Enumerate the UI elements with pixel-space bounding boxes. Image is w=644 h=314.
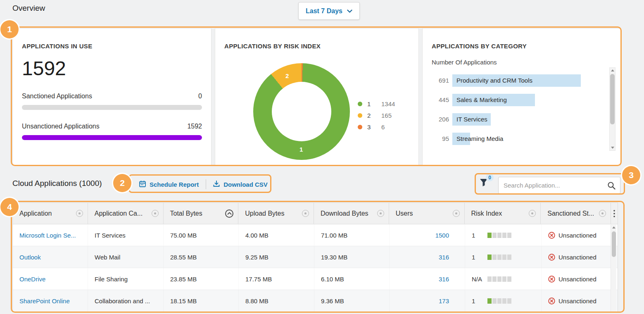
card-title: APPLICATIONS BY RISK INDEX [224,43,409,50]
category-label: IT Services [456,116,487,123]
annotation-circle-3: 3 [622,166,640,184]
card-title: APPLICATIONS BY CATEGORY [432,43,611,50]
column-label: Risk Index [471,210,502,217]
category-label: Productivity and CRM Tools [456,77,532,84]
donut-slice-label: 2 [285,72,289,79]
table-row[interactable]: OneDrive File Sharing 23.85 MB 17.75 MB … [13,268,618,290]
page-title: Overview [12,4,45,13]
column-menu-kebab-icon[interactable] [611,203,618,224]
category-bar-row: 95 Streaming Media [432,129,611,148]
application-link[interactable]: Outlook [19,254,41,261]
unsanctioned-bar-fill [22,135,202,140]
column-filter-icon[interactable] [529,210,536,217]
application-link[interactable]: Microsoft Login Se... [19,232,76,239]
column-filter-icon[interactable] [377,210,384,217]
upload-bytes-cell: 9.25 MB [239,246,314,268]
risk-meter [487,276,511,282]
users-count-link[interactable]: 316 [439,276,449,283]
risk-value: 1 [472,297,482,304]
table-row[interactable]: SharePoint Online Collaboration and ... … [13,290,618,312]
column-header-sanctioned-status[interactable]: Sanctioned St... [541,203,611,224]
unsanctioned-icon [548,276,555,283]
upload-bytes-cell: 4.00 MB [239,224,314,246]
date-range-dropdown[interactable]: Last 7 Days [298,2,360,20]
sort-descending-icon[interactable] [225,209,233,218]
column-header-users[interactable]: Users [389,203,465,224]
application-link[interactable]: OneDrive [19,276,45,283]
search-input[interactable] [499,182,607,189]
column-label: Sanctioned St... [547,210,594,217]
sanctioned-label: Sanctioned Applications [22,93,92,100]
table-row[interactable]: Outlook Web Mail 28.55 MB 9.25 MB 19.30 … [13,246,618,268]
application-category-cell: File Sharing [88,268,164,290]
category-bar-chart: 691 Productivity and CRM Tools 445 Sales… [432,71,611,148]
scrollbar-thumb[interactable] [610,74,615,124]
category-label: Streaming Media [456,135,503,142]
status-label: Unsanctioned [558,232,596,239]
applications-by-risk-card: APPLICATIONS BY RISK INDEX 2 1 1 1344 2 … [215,28,419,165]
search-icon[interactable] [607,181,620,190]
column-header-total-bytes[interactable]: Total Bytes [164,203,239,224]
filter-button[interactable]: 0 [479,178,493,192]
legend-value: 6 [381,124,385,131]
applications-by-category-card: APPLICATIONS BY CATEGORY Number Of Appli… [422,28,621,165]
legend-item: 1 1344 [358,98,395,109]
download-bytes-cell: 9.36 MB [314,290,390,312]
legend-label: 2 [367,112,381,119]
table-body: Microsoft Login Se... IT Services 75.00 … [13,224,618,312]
risk-donut: 2 1 [253,63,350,160]
column-header-upload-bytes[interactable]: Upload Bytes [238,203,314,224]
category-axis-label: Number Of Applications [432,59,611,66]
risk-meter [487,255,511,260]
cloud-applications-table: Application Application Ca... Total Byte… [12,202,618,312]
dashboard-page: Overview Last 7 Days APPLICATIONS IN USE… [0,0,644,314]
category-bar-row: 691 Productivity and CRM Tools [432,71,611,90]
column-filter-icon[interactable] [76,210,83,217]
legend-item: 3 6 [358,121,395,133]
application-category-cell: Collaboration and ... [88,290,164,312]
calendar-icon [139,181,146,188]
category-scrollbar[interactable] [609,67,615,151]
category-value: 691 [432,77,449,84]
column-header-application-category[interactable]: Application Ca... [88,203,164,224]
scroll-down-icon[interactable] [610,145,615,150]
column-filter-icon[interactable] [453,210,460,217]
legend-value: 1344 [381,100,395,107]
column-filter-icon[interactable] [599,210,606,217]
card-title: APPLICATIONS IN USE [22,43,202,50]
application-category-cell: IT Services [88,224,164,246]
download-bytes-cell: 71.00 MB [314,224,390,246]
column-filter-icon[interactable] [152,210,159,217]
users-count-link[interactable]: 173 [439,297,449,304]
column-header-risk-index[interactable]: Risk Index [465,203,541,224]
scrollbar-thumb[interactable] [612,231,616,257]
column-header-application[interactable]: Application [13,203,88,224]
legend-item: 2 165 [358,109,395,121]
schedule-report-button[interactable]: Schedule Report [132,181,206,188]
users-count-link[interactable]: 316 [439,254,449,261]
unsanctioned-icon [548,254,555,261]
column-label: Application [19,210,52,217]
table-header-row: Application Application Ca... Total Byte… [13,203,618,224]
filter-count-badge: 0 [486,174,494,181]
status-label: Unsanctioned [558,297,596,304]
users-count-link[interactable]: 1500 [435,232,449,239]
category-value: 445 [432,96,449,103]
application-link[interactable]: SharePoint Online [19,297,70,304]
category-bar-row: 206 IT Services [432,109,611,129]
download-csv-button[interactable]: Download CSV [206,181,275,188]
category-value: 206 [432,116,449,123]
annotation-circle-2: 2 [113,174,131,192]
scroll-up-icon[interactable] [611,225,616,230]
column-filter-icon[interactable] [302,210,309,217]
scroll-up-icon[interactable] [610,68,615,73]
unsanctioned-label: Unsanctioned Applications [22,123,100,130]
category-bar-row: 445 Sales & Marketing [432,90,611,109]
table-scrollbar[interactable] [611,225,616,312]
date-range-label: Last 7 Days [306,7,342,15]
sanctioned-value: 0 [198,93,202,100]
annotation-circle-1: 1 [0,20,19,38]
column-header-download-bytes[interactable]: Download Bytes [314,203,389,224]
table-row[interactable]: Microsoft Login Se... IT Services 75.00 … [13,224,618,246]
annotation-circle-4: 4 [0,198,19,216]
